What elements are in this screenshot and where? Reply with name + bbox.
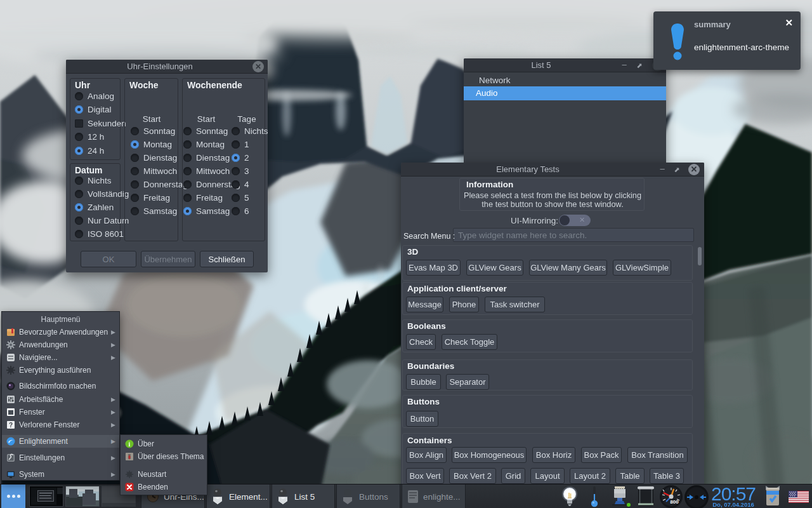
svg-text:800: 800	[670, 499, 679, 505]
svg-text:i: i	[129, 441, 131, 448]
svg-text:?: ?	[9, 422, 13, 429]
